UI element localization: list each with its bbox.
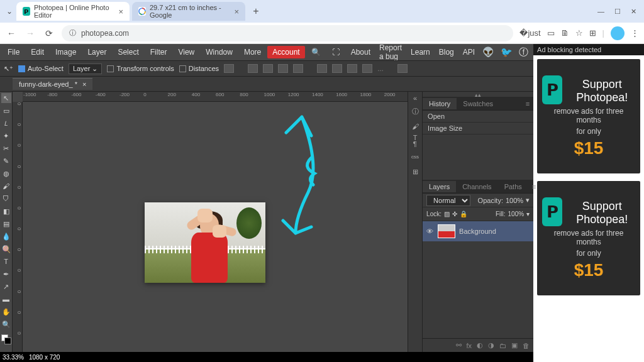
cast-icon[interactable]: ▭ [547,28,555,38]
layer-row[interactable]: 👁 Background [423,221,533,241]
link-about[interactable]: About [347,46,374,58]
history-tab[interactable]: History [423,98,457,109]
align-icon-5[interactable] [293,64,303,73]
css-panel-icon[interactable]: css [409,151,421,162]
layer-name[interactable]: Background [459,228,496,235]
glyph-panel-icon[interactable]: ⊞ [409,166,421,177]
menu-icon[interactable]: ⋮ [631,28,639,38]
close-icon[interactable]: × [82,80,86,88]
history-item[interactable]: Open [423,111,533,123]
fullscreen-icon[interactable]: ⛶ [327,46,345,58]
grid-icon[interactable] [397,64,408,73]
swatches-tab[interactable]: Swatches [457,98,499,109]
heal-tool[interactable]: ◍ [1,168,11,178]
browser-tab-inactive[interactable]: 29.7 x21 cm to inches - Google × [132,2,245,21]
menu-view[interactable]: View [173,46,199,58]
bg-color[interactable] [4,337,11,344]
bookmark-icon[interactable]: ☆ [575,28,583,38]
history-item[interactable]: Image Size [423,123,533,134]
align-icon-3[interactable] [263,64,273,73]
layer-thumbnail[interactable] [438,224,455,238]
crop-tool[interactable]: ✂ [1,143,11,153]
link-report[interactable]: Report a bug [375,41,406,63]
adjustment-icon[interactable]: ◑ [488,341,494,349]
support-ad[interactable]: 𝗣 Support Photopea! remove ads for three… [537,59,640,173]
panel-menu-icon[interactable]: ≡ [522,100,533,107]
new-tab-button[interactable]: + [248,3,264,19]
extensions-icon[interactable]: ⊞ [589,28,596,38]
distribute-icon-2[interactable] [332,64,342,73]
autoselect-checkbox[interactable] [18,65,25,72]
char-panel-icon[interactable]: 🖌 [409,121,421,132]
back-icon[interactable]: ← [5,28,18,38]
fill-value[interactable]: 100% [508,211,525,217]
eyedropper-tool[interactable]: ✎ [1,156,11,166]
eraser-tool[interactable]: ◧ [1,206,11,216]
distribute-icon-1[interactable] [317,64,327,73]
menu-layer[interactable]: Layer [82,46,111,58]
link-layers-icon[interactable]: ⚯ [456,341,462,349]
menu-image[interactable]: Image [50,46,81,58]
canvas-area[interactable]: -1000-800-600-400-2000200400600800100012… [13,92,408,352]
align-icon-2[interactable] [248,64,258,73]
shape-tool[interactable]: ▬ [1,294,11,304]
lock-pixels-icon[interactable]: ▨ [444,211,450,217]
link-learn[interactable]: Learn [407,46,434,58]
facebook-icon[interactable]: ⓕ [516,47,531,58]
autoselect-target[interactable]: Layer ⌄ [69,63,103,74]
reddit-icon[interactable]: 👽 [480,47,497,58]
menu-more[interactable]: More [239,46,266,58]
maximize-icon[interactable]: ☐ [614,8,621,16]
new-layer-icon[interactable]: ▣ [511,341,518,349]
info-panel-icon[interactable]: ⓘ [409,106,421,117]
lock-all-icon[interactable]: 🔒 [460,211,467,217]
menu-edit[interactable]: Edit [26,46,49,58]
close-window-icon[interactable]: ✕ [631,8,636,16]
type-tool[interactable]: T [1,256,11,266]
profile-avatar[interactable] [611,26,625,40]
gradient-tool[interactable]: ▤ [1,219,11,229]
paths-tab[interactable]: Paths [498,181,528,192]
distribute-icon-4[interactable] [362,64,372,73]
channels-tab[interactable]: Channels [456,181,497,192]
marquee-tool[interactable]: ▭ [1,106,11,116]
transform-checkbox[interactable] [107,65,114,72]
translate-icon[interactable]: �just [519,28,540,38]
fx-icon[interactable]: fx [467,342,472,349]
panel-collapse-icon[interactable]: ▴▴ [423,92,533,97]
brush-tool[interactable]: 🖌 [1,181,11,191]
zoom-level[interactable]: 33.33% [3,354,24,361]
menu-window[interactable]: Window [201,46,238,58]
align-icon-1[interactable] [224,64,234,73]
lasso-tool[interactable]: 𝘓 [1,118,11,128]
reader-icon[interactable]: 🗎 [561,28,569,38]
minimize-icon[interactable]: — [597,8,604,16]
dodge-tool[interactable]: 🍭 [1,244,11,254]
url-input[interactable]: ⓘ photopea.com [62,25,513,41]
twitter-icon[interactable]: 🐦 [498,47,515,58]
stamp-tool[interactable]: ⛉ [1,194,11,204]
link-blog[interactable]: Blog [435,46,458,58]
tab-dropdown-icon[interactable]: ⌄ [3,7,16,16]
chevron-down-icon[interactable]: ▾ [526,196,530,204]
path-tool[interactable]: ↗ [1,282,11,292]
document-tab[interactable]: funny-dark-eyed_ * × [13,78,92,90]
delete-layer-icon[interactable]: 🗑 [523,342,530,349]
move-tool[interactable]: ↖ [1,93,11,103]
type-panel-icon[interactable]: T¶ [409,136,421,147]
zoom-tool[interactable]: 🔍 [1,319,11,329]
link-api[interactable]: API [459,46,479,58]
lock-position-icon[interactable]: ✜ [452,211,457,217]
distribute-icon-3[interactable] [347,64,357,73]
blur-tool[interactable]: 💧 [1,231,11,241]
site-info-icon[interactable]: ⓘ [69,28,76,38]
blend-mode-select[interactable]: Normal [426,195,470,206]
distances-checkbox[interactable] [179,65,186,72]
wand-tool[interactable]: ✦ [1,131,11,141]
hand-tool[interactable]: ✋ [1,307,11,317]
menu-file[interactable]: File [3,46,25,58]
folder-icon[interactable]: 🗀 [499,342,506,349]
support-ad[interactable]: 𝗣 Support Photopea! remove ads for three… [537,181,640,295]
pen-tool[interactable]: ✒ [1,269,11,279]
menu-select[interactable]: Select [113,46,143,58]
